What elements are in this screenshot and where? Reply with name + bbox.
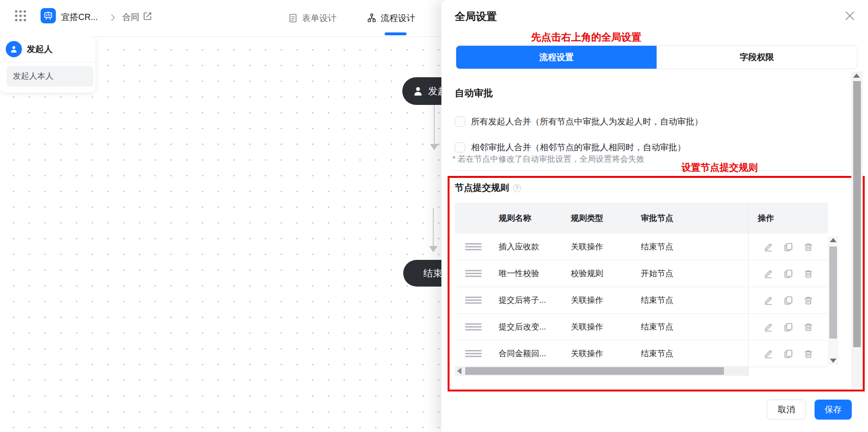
- rules-section-header: 节点提交规则 ?: [455, 182, 521, 194]
- drag-handle-icon[interactable]: [465, 297, 481, 304]
- edit-icon[interactable]: [763, 268, 774, 279]
- panel-scrollbar[interactable]: [851, 72, 863, 389]
- rule-type: 关联操作: [571, 321, 641, 332]
- panel-tab-bar: 流程设置 字段权限: [456, 45, 858, 69]
- cancel-button[interactable]: 取消: [767, 400, 806, 420]
- drag-handle-icon[interactable]: [465, 270, 481, 277]
- rule-name: 合同金额回...: [499, 348, 571, 359]
- app-logo[interactable]: [41, 8, 56, 23]
- edit-icon[interactable]: [763, 295, 774, 306]
- drag-handle-icon[interactable]: [465, 323, 481, 330]
- scrollbar-thumb[interactable]: [853, 81, 861, 347]
- flow-icon: [366, 13, 377, 23]
- table-row: 插入应收款 关联操作 结束节点: [455, 234, 748, 260]
- flow-node-start[interactable]: 发起: [402, 77, 441, 105]
- table-row: 提交后改变... 关联操作 结束节点: [455, 314, 748, 340]
- row-actions: [749, 314, 828, 340]
- initiator-avatar: [6, 41, 22, 57]
- row-actions: [749, 287, 828, 314]
- drag-handle-icon[interactable]: [465, 350, 481, 357]
- scrollbar-thumb[interactable]: [829, 247, 837, 339]
- delete-icon[interactable]: [803, 242, 814, 252]
- auto-approval-option-row: 所有发起人合并（所有节点中审批人为发起人时，自动审批）: [455, 116, 703, 127]
- copy-icon[interactable]: [783, 268, 794, 279]
- scroll-up-icon[interactable]: [853, 73, 860, 78]
- tab-field-permissions[interactable]: 字段权限: [657, 46, 857, 69]
- column-header-actions: 操作: [749, 203, 828, 234]
- copy-icon[interactable]: [783, 322, 794, 332]
- rule-type: 关联操作: [571, 348, 641, 359]
- tab-form-design[interactable]: 表单设计: [288, 10, 336, 26]
- row-actions: [749, 340, 828, 367]
- active-tab-indicator: [385, 32, 407, 35]
- flow-node-end[interactable]: 结束: [403, 260, 441, 287]
- column-header-rule-type: 规则类型: [571, 213, 641, 224]
- document-icon: [288, 13, 298, 23]
- breadcrumb-app-name[interactable]: 宜搭CR...: [61, 11, 98, 23]
- approval-node: 开始节点: [641, 268, 748, 279]
- help-icon[interactable]: ?: [513, 184, 521, 192]
- drag-handle-icon[interactable]: [465, 243, 481, 250]
- connector-arrow-icon: [430, 144, 439, 150]
- flow-canvas: 发起 发起人 发起人本人 结束: [0, 36, 441, 432]
- delete-icon[interactable]: [803, 349, 814, 359]
- copy-icon[interactable]: [783, 349, 794, 359]
- scroll-up-icon[interactable]: [830, 238, 837, 242]
- scroll-left-icon[interactable]: [457, 368, 461, 374]
- approval-node: 结束节点: [641, 348, 748, 359]
- tab-flow-settings[interactable]: 流程设置: [456, 46, 657, 69]
- table-horizontal-scrollbar[interactable]: [455, 366, 748, 376]
- column-header-rule-name: 规则名称: [499, 213, 571, 224]
- connector-arrow-icon: [429, 246, 438, 252]
- row-actions: [749, 260, 828, 287]
- start-node-label: 发起: [428, 85, 441, 98]
- table-row: 提交后将子... 关联操作 结束节点: [455, 287, 748, 314]
- flow-node-initiator-card[interactable]: 发起人 发起人本人: [0, 36, 95, 93]
- global-settings-panel: 全局设置 先点击右上角的全局设置 流程设置 字段权限 自动审批 所有发起人合并（…: [441, 0, 868, 432]
- edit-icon[interactable]: [763, 322, 774, 332]
- tab-flow-design[interactable]: 流程设计: [366, 10, 415, 26]
- table-row: 合同金额回... 关联操作 结束节点: [455, 340, 748, 367]
- delete-icon[interactable]: [803, 322, 814, 332]
- rename-edit-icon[interactable]: [142, 11, 153, 21]
- auto-approval-option-row: 相邻审批人合并（相邻节点的审批人相同时，自动审批）: [455, 142, 686, 153]
- table-header-row: 规则名称 规则类型 审批节点: [455, 203, 748, 234]
- option-label: 所有发起人合并（所有节点中审批人为发起人时，自动审批）: [471, 116, 703, 127]
- option-label: 相邻审批人合并（相邻节点的审批人相同时，自动审批）: [471, 142, 686, 153]
- edit-icon[interactable]: [763, 242, 774, 252]
- app-grid-icon[interactable]: [14, 10, 27, 22]
- rule-name: 唯一性校验: [499, 268, 571, 279]
- edit-icon[interactable]: [763, 349, 774, 359]
- auto-approval-title: 自动审批: [455, 87, 493, 100]
- scroll-down-icon[interactable]: [830, 359, 837, 363]
- copy-icon[interactable]: [783, 242, 794, 252]
- approval-node: 结束节点: [641, 295, 748, 306]
- rules-title: 节点提交规则: [455, 182, 509, 194]
- rule-type: 校验规则: [571, 268, 641, 279]
- copy-icon[interactable]: [783, 295, 794, 306]
- checkbox-merge-adjacent-approvers[interactable]: [455, 142, 465, 153]
- scrollbar-thumb[interactable]: [465, 367, 724, 375]
- rules-table: 规则名称 规则类型 审批节点 插入应收款 关联操作 结束节点 唯一性校验 校验规…: [455, 203, 839, 377]
- checkbox-merge-initiators[interactable]: [455, 116, 465, 127]
- end-node-label: 结束: [423, 267, 441, 280]
- table-body: 插入应收款 关联操作 结束节点 唯一性校验 校验规则 开始节点 提交后将子...…: [455, 234, 748, 367]
- table-vertical-scrollbar[interactable]: [828, 236, 838, 365]
- person-icon: [412, 85, 424, 97]
- save-button[interactable]: 保存: [815, 400, 852, 420]
- column-header-approval-node: 审批节点: [641, 213, 748, 224]
- delete-icon[interactable]: [803, 268, 814, 279]
- delete-icon[interactable]: [803, 295, 814, 306]
- initiator-card-title: 发起人: [27, 43, 52, 55]
- rule-name: 提交后将子...: [499, 295, 571, 306]
- close-icon[interactable]: [844, 10, 856, 22]
- connector-line: [433, 208, 434, 246]
- screen: 宜搭CR... 合同 表单设计 流程设计 发起 发起人: [0, 0, 868, 432]
- person-icon: [9, 44, 19, 54]
- rule-name: 提交后改变...: [499, 321, 571, 332]
- initiator-card-header: 发起人: [0, 36, 95, 62]
- annotation-global-settings: 先点击右上角的全局设置: [531, 31, 641, 44]
- rule-type: 关联操作: [571, 241, 641, 252]
- auto-approval-note: * 若在节点中修改了自动审批设置，全局设置将会失效: [452, 154, 644, 165]
- breadcrumb-chevron-icon: [109, 12, 117, 23]
